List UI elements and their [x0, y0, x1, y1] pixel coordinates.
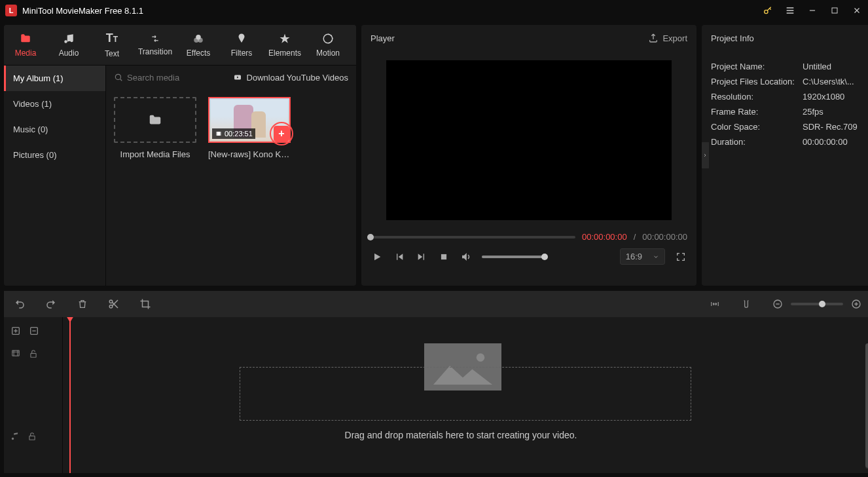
playback-progress[interactable] [371, 236, 575, 238]
filters-icon [236, 33, 247, 45]
sidebar-item-pictures[interactable]: Pictures (0) [4, 142, 105, 168]
drop-hint: Drag and drop materials here to start cr… [63, 430, 859, 440]
tab-transition[interactable]: Transition [134, 25, 177, 65]
info-row: Project Files Location:C:\Users\tk\... [711, 77, 863, 86]
lock-icon[interactable] [29, 349, 38, 359]
redo-button[interactable] [45, 297, 58, 311]
close-icon[interactable] [851, 5, 863, 16]
crop-button[interactable] [139, 297, 152, 311]
timeline-toolbar [4, 291, 868, 317]
volume-button[interactable] [460, 250, 473, 263]
remove-track-icon[interactable] [29, 326, 39, 336]
add-track-icon[interactable] [10, 326, 21, 336]
import-label: Import Media Files [114, 149, 196, 159]
undo-button[interactable] [13, 297, 26, 311]
fit-button[interactable] [708, 297, 721, 311]
text-icon: TT [106, 31, 118, 45]
music-icon [63, 33, 75, 45]
tab-audio[interactable]: Audio [47, 25, 90, 65]
media-area: Download YouTube Videos Import Media Fil… [106, 66, 356, 286]
svg-point-22 [477, 353, 485, 362]
sidebar-item-videos[interactable]: Videos (1) [4, 91, 105, 117]
volume-slider[interactable] [482, 256, 545, 258]
play-button[interactable] [371, 250, 384, 263]
aspect-ratio-select[interactable]: 16:9 [620, 248, 665, 265]
prev-frame-button[interactable] [393, 250, 406, 263]
next-frame-button[interactable] [415, 250, 428, 263]
svg-rect-20 [29, 436, 35, 440]
media-panel: Media Audio TT Text Transition Effects F… [4, 25, 356, 286]
stop-button[interactable] [437, 250, 450, 263]
svg-point-4 [198, 37, 203, 43]
tab-media[interactable]: Media [4, 25, 47, 65]
search-input[interactable] [127, 73, 192, 83]
menu-icon[interactable] [784, 5, 796, 16]
import-media-card[interactable]: Import Media Files [114, 97, 196, 159]
add-to-timeline-button[interactable]: + [270, 122, 293, 145]
track-header-audio [4, 417, 62, 456]
media-clip-card[interactable]: 00:23:51 + [New-raws] Kono Ka... [208, 97, 291, 159]
svg-rect-10 [221, 132, 221, 136]
collapse-panel-button[interactable] [702, 142, 709, 168]
tab-text[interactable]: TT Text [90, 25, 134, 65]
player-panel: Player Export 00:00:00:00 / 00:00:00:00 [361, 25, 696, 286]
youtube-label: Download YouTube Videos [247, 73, 348, 83]
info-row: Project Name:Untitled [711, 62, 863, 71]
youtube-icon [232, 73, 243, 81]
sidebar-item-music[interactable]: Music (0) [4, 117, 105, 142]
timeline-scrollbar[interactable] [865, 343, 868, 469]
svg-rect-9 [216, 132, 217, 136]
download-youtube-button[interactable]: Download YouTube Videos [232, 73, 348, 83]
drop-zone[interactable] [240, 367, 691, 421]
tab-effects[interactable]: Effects [177, 25, 220, 65]
export-label: Export [662, 33, 687, 43]
titlebar: L MiniTool MovieMaker Free 8.1.1 [0, 0, 868, 21]
svg-point-0 [765, 10, 768, 13]
maximize-icon[interactable] [829, 5, 841, 16]
clip-name: [New-raws] Kono Ka... [208, 149, 291, 159]
svg-rect-19 [31, 353, 36, 357]
sidebar-item-myalbum[interactable]: My Album (1) [4, 66, 105, 91]
timeline-tracks[interactable]: Drag and drop materials here to start cr… [63, 317, 868, 473]
zoom-in-button[interactable] [850, 297, 863, 311]
chevron-down-icon [653, 254, 659, 260]
snap-button[interactable] [740, 297, 753, 311]
key-icon[interactable] [762, 5, 774, 16]
lock-icon[interactable] [27, 431, 37, 442]
split-button[interactable] [107, 297, 120, 311]
export-icon [648, 33, 659, 43]
minimize-icon[interactable] [806, 5, 818, 16]
elements-icon [279, 33, 291, 45]
playhead[interactable] [69, 317, 71, 473]
tab-elements[interactable]: Elements [263, 25, 306, 65]
zoom-out-button[interactable] [771, 297, 784, 311]
main-tabs: Media Audio TT Text Transition Effects F… [4, 25, 356, 66]
project-info-title: Project Info [711, 33, 754, 43]
tab-motion[interactable]: Motion [306, 25, 350, 65]
tab-label: Transition [138, 47, 172, 56]
timeline-panel: Drag and drop materials here to start cr… [4, 291, 868, 473]
clip-thumbnail[interactable]: 00:23:51 + [208, 97, 291, 143]
tab-filters[interactable]: Filters [220, 25, 263, 65]
svg-rect-1 [832, 8, 837, 13]
fullscreen-button[interactable] [674, 250, 687, 263]
zoom-slider[interactable] [791, 303, 843, 305]
tab-label: Effects [187, 48, 210, 58]
track-headers [4, 317, 63, 473]
media-sidebar: My Album (1) Videos (1) Music (0) Pictur… [4, 66, 106, 286]
export-button[interactable]: Export [648, 33, 687, 43]
track-header-text [4, 317, 62, 345]
folder-icon [19, 33, 32, 45]
tab-label: Text [105, 49, 119, 58]
motion-icon [322, 33, 334, 45]
info-row: Color Space:SDR- Rec.709 [711, 122, 863, 132]
tab-label: Media [15, 48, 37, 58]
delete-button[interactable] [76, 297, 89, 311]
svg-rect-18 [12, 351, 20, 356]
video-preview[interactable] [386, 60, 672, 220]
duration-badge: 00:23:51 [212, 128, 255, 139]
info-row: Frame Rate:25fps [711, 107, 863, 117]
app-logo-icon: L [5, 5, 17, 16]
window-controls [762, 5, 863, 16]
info-row: Duration:00:00:00:00 [711, 137, 863, 147]
